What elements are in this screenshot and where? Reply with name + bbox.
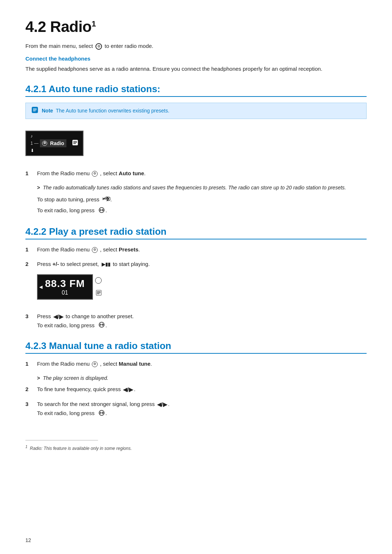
step-423-1-content: From the Radio menu ⚙ , select Manual tu… — [37, 360, 152, 368]
svg-rect-6 — [73, 142, 77, 143]
page-number: 12 — [25, 537, 31, 543]
step-423-1: 1 From the Radio menu ⚙ , select Manual … — [25, 360, 367, 368]
radio-menu-icon-step: ⚙ — [92, 171, 98, 177]
svg-rect-13 — [97, 294, 99, 294]
fm-left-arrow: ◀ — [39, 284, 42, 290]
step-423-3-content: To search for the next stronger signal, … — [37, 400, 170, 418]
lr-arrows-icon-3: ◀/▶ — [157, 400, 167, 409]
sub-result-text: The radio automatically tunes radio stat… — [43, 184, 346, 192]
connect-headphones-heading: Connect the headphones — [25, 56, 367, 62]
step-421-1: 1 From the Radio menu ⚙ , select Auto tu… — [25, 169, 367, 178]
arrow-icon-423: > — [37, 374, 40, 382]
section-423-title: 4.2.3 Manual tune a radio station — [25, 340, 367, 354]
svg-rect-7 — [73, 143, 76, 144]
svg-rect-5 — [73, 141, 77, 142]
page-title: 4.2 Radio1 — [25, 18, 367, 36]
press-line-2: To exit radio, long press . — [37, 205, 367, 216]
lr-arrows-icon-2: ◀/▶ — [123, 385, 133, 394]
back-arrow-icon-2 — [98, 206, 106, 216]
play-pause-icon: ▶▮▮ — [102, 261, 110, 268]
footnote-divider — [25, 440, 98, 440]
back-arrow-icon-3 — [98, 321, 106, 330]
screen-top-icons: ♪ — [30, 134, 78, 139]
note-box-421: Note The Auto tune function overwrites e… — [25, 103, 367, 119]
device-screen-display: ♪ 1 — ⚙ Radio ⬇ — [25, 131, 83, 156]
svg-rect-12 — [97, 292, 101, 293]
screen-number: 1 — — [30, 141, 38, 146]
fm-frequency: 88.3 FM — [45, 278, 85, 290]
step-422-3: 3 Press ◀/▶ to change to another preset.… — [25, 312, 367, 330]
radio-menu-icon-422: ⚙ — [92, 247, 98, 253]
sub-result-423: > The play screen is displayed. — [37, 374, 367, 382]
gear-icon-screen: ⚙ — [42, 141, 47, 146]
footnote: 1 Radio: This feature is available only … — [25, 445, 367, 451]
step-423-number-2: 2 — [25, 385, 37, 394]
step-423-number-3: 3 — [25, 400, 37, 409]
step-422-2: 2 Press +/- to select preset, ▶▮▮ to sta… — [25, 260, 367, 268]
svg-rect-3 — [33, 111, 36, 111]
step-423-2: 2 To fine tune frequency, quick press ◀/… — [25, 385, 367, 394]
radio-label: Radio — [50, 140, 64, 146]
device-screen-421: ♪ 1 — ⚙ Radio ⬇ — [25, 126, 83, 163]
step-421-1-content: From the Radio menu ⚙ , select Auto tune… — [37, 169, 146, 178]
screen-bottom-icons: ⬇ — [30, 148, 78, 153]
intro-text: From the main menu, select ⚙ to enter ra… — [25, 42, 367, 50]
music-icon: ♪ — [30, 134, 33, 139]
fm-preset: 01 — [45, 290, 85, 296]
section-422-title: 4.2.2 Play a preset radio station — [25, 226, 367, 239]
step-422-1: 1 From the Radio menu ⚙ , select Presets… — [25, 245, 367, 254]
back-arrow-icon-1 — [102, 195, 110, 205]
step-422-number-3: 3 — [25, 312, 37, 321]
back-arrow-icon-4 — [98, 410, 106, 418]
connect-headphones-body: The supplied headphones serve as a radio… — [25, 65, 367, 73]
note-icon — [32, 107, 38, 115]
step-422-3-content: Press ◀/▶ to change to another preset. T… — [37, 312, 134, 330]
step-423-3: 3 To search for the next stronger signal… — [25, 400, 367, 418]
press-line-1: To stop auto tuning, press . — [37, 194, 367, 205]
step-422-number-2: 2 — [25, 260, 37, 268]
step-number-1: 1 — [25, 169, 37, 178]
note-label: Note The Auto tune function overwrites e… — [42, 108, 170, 114]
arrow-icon: > — [37, 184, 40, 192]
sub-result-421: > The radio automatically tunes radio st… — [37, 184, 367, 192]
step-423-number-1: 1 — [25, 360, 37, 368]
radio-menu-icon-423: ⚙ — [92, 361, 98, 367]
step-423-2-content: To fine tune frequency, quick press ◀/▶. — [37, 385, 135, 394]
step-422-number-1: 1 — [25, 245, 37, 254]
sub-result-423-text: The play screen is displayed. — [43, 374, 109, 382]
press-lines-421: To stop auto tuning, press . To exit rad… — [37, 194, 367, 216]
step-422-2-content: Press +/- to select preset, ▶▮▮ to start… — [37, 260, 150, 268]
fm-gear-icon: ⚙ — [95, 277, 102, 284]
screen-list-icon — [72, 140, 78, 147]
fm-list-icon — [96, 290, 102, 297]
svg-rect-11 — [97, 291, 101, 292]
radio-menu-icon: ⚙ — [95, 43, 102, 50]
lr-arrows-icon: ◀/▶ — [53, 312, 64, 321]
fm-screen-422: ◀ 88.3 FM 01 ⚙ — [37, 274, 93, 300]
screen-menu-row: ⚙ Radio — [40, 139, 66, 147]
step-422-1-content: From the Radio menu ⚙ , select Presets. — [37, 245, 140, 254]
svg-rect-2 — [33, 110, 37, 110]
fm-display: ◀ 88.3 FM 01 ⚙ — [37, 274, 93, 300]
section-421-title: 4.2.1 Auto tune radio stations: — [25, 83, 367, 97]
svg-rect-1 — [33, 108, 37, 109]
download-icon: ⬇ — [30, 148, 34, 153]
